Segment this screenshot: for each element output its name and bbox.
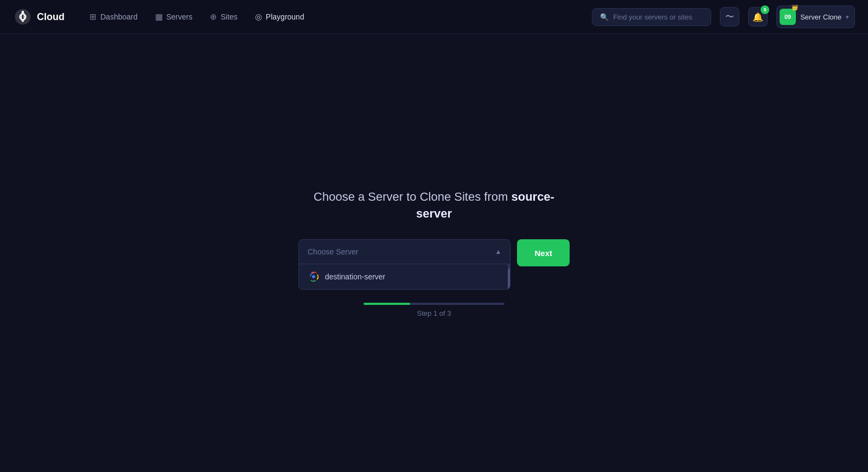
bell-icon: 🔔 [752, 12, 763, 22]
option-destination-label: destination-server [325, 272, 385, 281]
svg-point-0 [22, 11, 24, 14]
server-dropdown: destination-server [298, 264, 510, 290]
scrollbar-thumb [508, 269, 510, 290]
progress-fill [363, 303, 410, 305]
username: Server Clone [800, 13, 841, 21]
servers-icon: ▦ [155, 12, 163, 22]
nav-dashboard[interactable]: ⊞ Dashboard [82, 8, 145, 26]
svg-point-1 [312, 276, 315, 279]
select-arrow-icon: ▲ [495, 248, 502, 256]
nav-sites[interactable]: ⊕ Sites [202, 8, 245, 26]
server-option-destination[interactable]: destination-server [299, 264, 510, 289]
server-select[interactable]: Choose Server ▲ [298, 239, 510, 264]
avatar: 09 👑 [780, 9, 796, 25]
wizard-body: Choose Server ▲ destinat [298, 239, 570, 317]
nav-servers[interactable]: ▦ Servers [148, 8, 200, 26]
nav-links: ⊞ Dashboard ▦ Servers ⊕ Sites ◎ Playgrou… [82, 8, 592, 26]
nav-playground[interactable]: ◎ Playground [247, 8, 312, 26]
select-row: Choose Server ▲ destinat [298, 239, 570, 290]
wizard-title: Choose a Server to Clone Sites from sour… [298, 189, 570, 222]
activity-icon: 〜 [725, 11, 734, 23]
progress-bar [363, 303, 505, 305]
dashboard-icon: ⊞ [90, 12, 97, 22]
gcp-icon [308, 271, 320, 283]
activity-button[interactable]: 〜 [720, 7, 739, 27]
wizard: Choose a Server to Clone Sites from sour… [298, 189, 570, 318]
select-placeholder: Choose Server [308, 247, 358, 256]
sites-icon: ⊕ [210, 12, 217, 22]
playground-icon: ◎ [255, 12, 262, 22]
server-select-wrapper: Choose Server ▲ destinat [298, 239, 510, 290]
crown-icon: 👑 [792, 4, 798, 10]
navbar: Cloud ⊞ Dashboard ▦ Servers ⊕ Sites ◎ Pl… [0, 0, 868, 34]
search-icon: 🔍 [600, 13, 609, 21]
chevron-down-icon: ▾ [846, 14, 849, 21]
logo[interactable]: Cloud [13, 7, 65, 27]
nav-right: 🔍 Find your servers or sites 〜 🔔 9 09 👑 … [592, 5, 855, 28]
search-bar[interactable]: 🔍 Find your servers or sites [592, 8, 711, 26]
dropdown-scrollbar [508, 264, 510, 289]
step-label: Step 1 of 3 [417, 309, 451, 317]
notifications-button[interactable]: 🔔 9 [748, 7, 768, 27]
notification-badge: 9 [761, 5, 769, 14]
main-content: Choose a Server to Clone Sites from sour… [0, 34, 868, 472]
user-menu[interactable]: 09 👑 Server Clone ▾ [776, 5, 855, 28]
progress-section: Step 1 of 3 [298, 303, 570, 317]
next-button[interactable]: Next [517, 239, 570, 266]
